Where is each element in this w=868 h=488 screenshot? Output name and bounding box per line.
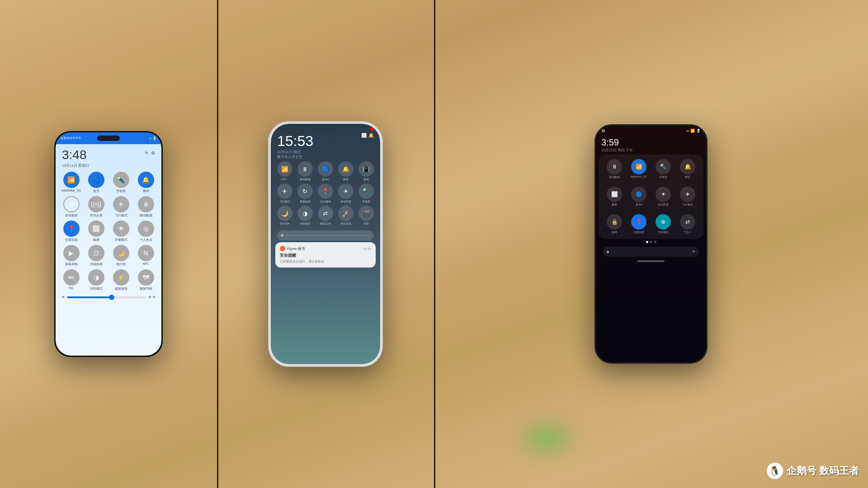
meizu-time: 15:53	[277, 133, 313, 150]
huawei-tile-cast[interactable]: ⊡ 无线投屏	[85, 245, 107, 267]
xiaomi-lock-icon: 🔒	[607, 214, 622, 230]
xiaomi-tile-bluetooth[interactable]: 🔵 蓝牙▾	[627, 184, 650, 210]
huawei-tile-airplane[interactable]: ✈ 飞行模式	[110, 196, 132, 218]
xiaomi-compass-icon: ⊕	[656, 214, 671, 230]
meizu-tile-dnd[interactable]: 🌙 全打扰▾	[275, 206, 294, 226]
nfc-label: NFC	[142, 262, 149, 265]
bell-label: 新铃	[143, 189, 149, 193]
huawei-status-bar: 没有SIM卡中午 ▪ 🔋	[56, 132, 161, 144]
meizu-brightness-icon: ☀	[338, 183, 354, 199]
xiaomi-tile-onehanded[interactable]: ⇄ 三合一	[676, 211, 699, 237]
meizu-bluetooth-label: 蓝牙▾	[322, 178, 329, 182]
xiaomi-tile-lock[interactable]: 🔒 锁屏	[603, 211, 626, 237]
xiaomi-wifi-icon: 📶	[631, 159, 646, 174]
nfc-icon: N	[138, 245, 154, 261]
xiaomi-wifi-icon: 📶	[690, 129, 695, 133]
huawei-tile-nfc[interactable]: N NFC	[135, 245, 157, 267]
pause-icon: ⏸	[138, 196, 154, 212]
meizu-tile-location[interactable]: 📍 定位服务	[316, 183, 335, 204]
meizu-search-bar[interactable]	[277, 230, 374, 240]
xiaomi-tile-cast[interactable]: ⬜ 截屏	[603, 184, 626, 210]
xiaomi-tile-torch[interactable]: 🔦 手电筒	[652, 156, 675, 182]
xiaomi-tile-compass[interactable]: ⊕ 方向锁定	[652, 211, 675, 237]
xiaomi-tile-bell[interactable]: 🔔 静音	[676, 156, 699, 182]
brightness-thumb	[109, 295, 114, 300]
meizu-date-2: 庚子年八月廿五	[277, 155, 313, 160]
meizu-tile-wifi[interactable]: 📶 ssid...	[275, 161, 294, 182]
xiaomi-screen: ⚙ ▪▪ 📶 🔋 3:59 10月11日 周日 下午 ⏸ 移动数据 📶 A806	[596, 126, 706, 362]
panel-center: 15:53 10月11日 周日 庚子年八月廿五 ⬜ 🔔 📶 ssid...	[217, 0, 434, 488]
meizu-screenrec-label: 录屏	[363, 222, 369, 226]
page-dot-1	[646, 241, 648, 243]
meizu-dnd-icon: 🌙	[277, 206, 292, 221]
xiaomi-compass-label: 方向锁定	[658, 230, 669, 235]
meizu-data-label: 移动数据	[300, 178, 311, 182]
meizu-tile-screen-rec[interactable]: 🎬 录屏	[357, 206, 376, 226]
xiaomi-gear-icon[interactable]: ⚙	[601, 128, 605, 133]
xiaomi-torch-icon: 🔦	[656, 159, 671, 174]
huawei-tile-rotate[interactable]: ↻ 自动旋转	[60, 196, 82, 218]
meizu-tile-brightness[interactable]: ☀ 自动亮度	[337, 183, 355, 204]
huawei-tile-supersave[interactable]: ⚡ 超级省电	[110, 269, 132, 291]
meizu-notification[interactable]: Flyme 账号 14:10 安全提醒 已切换至后台运行，请注意安全	[275, 242, 376, 267]
watermark-penguin-icon: 🐧	[767, 463, 783, 479]
meizu-tile-rotate[interactable]: ↻ 屏幕旋转	[296, 183, 314, 204]
huawei-tile-pause[interactable]: ⏸ 移动数据	[135, 196, 157, 218]
xiaomi-search-bar[interactable]: +	[603, 247, 699, 257]
meizu-search-line	[285, 235, 370, 236]
meizu-tile-vibrate[interactable]: 📳 振动	[357, 161, 376, 182]
xiaomi-tile-airplane[interactable]: ✈ 飞行模式	[676, 184, 699, 210]
xiaomi-status-bar: ⚙ ▪▪ 📶 🔋	[596, 126, 706, 136]
huawei-tile-eye[interactable]: 👁 护眼模式	[110, 221, 132, 242]
meizu-tile-bluetooth[interactable]: 🔵 蓝牙▾	[316, 161, 335, 182]
airplane-icon: ✈	[113, 196, 129, 212]
huawei-tile-location[interactable]: 📍 位置信息	[60, 221, 82, 242]
xiaomi-tile-wifi[interactable]: 📶 A8064AA_5G	[627, 156, 650, 182]
meizu-tile-bell[interactable]: 🔔 静音	[337, 161, 355, 182]
huawei-tile-flashlight[interactable]: 🔦 手电筒	[110, 172, 132, 193]
brightness-fill	[67, 296, 110, 298]
huawei-tile-bluetooth[interactable]: 🔵 蓝牙	[85, 172, 107, 193]
huawei-settings-icon[interactable]: ⚙	[151, 150, 155, 155]
meizu-tile-interact[interactable]: ⇄ 魅族互传	[316, 206, 335, 226]
meizu-notif-time: 14:10	[363, 247, 371, 250]
meizu-tile-data[interactable]: ⏸ 移动数据	[296, 161, 314, 182]
xiaomi-onehanded-icon: ⇄	[680, 214, 695, 230]
huawei-tile-video[interactable]: ▶ 屏幕录制	[60, 245, 82, 267]
meizu-data-icon: ⏸	[297, 161, 313, 177]
meizu-notif-title: 安全提醒	[280, 253, 371, 258]
meizu-tile-dark[interactable]: ◑ 深色模式	[296, 206, 314, 226]
huawei-brightness-slider[interactable]: ☀ ☀☀	[56, 293, 161, 301]
huawei-edit-icon[interactable]: ✎	[145, 150, 148, 155]
meizu-notif-header: Flyme 账号 14:10	[280, 246, 371, 251]
xiaomi-tile-location[interactable]: 📍 位置信息	[627, 211, 650, 237]
huawei-tile-navigation[interactable]: 🗺 魅族导航	[135, 269, 157, 291]
huawei-tile-wifi[interactable]: 📶 A8064AA_5G	[60, 172, 82, 193]
bluetooth-icon: 🔵	[88, 172, 104, 188]
xiaomi-tile-brightness[interactable]: ☀ 自动亮度	[652, 184, 675, 210]
meizu-tile-boost[interactable]: 🚀 手机加速	[337, 206, 355, 226]
phone-huawei: 没有SIM卡中午 ▪ 🔋 3:48 10月11日 星期日 ✎ ⚙	[54, 131, 163, 357]
huawei-tile-share[interactable]: ((•)) 华为分享	[85, 196, 107, 218]
supersave-icon: ⚡	[113, 269, 129, 286]
xiaomi-tile-data[interactable]: ⏸ 移动数据	[603, 156, 626, 182]
meizu-time-block: 15:53 10月11日 周日 庚子年八月廿五	[277, 133, 313, 160]
navigation-label: 魅族导航	[140, 286, 152, 291]
huawei-tile-dark[interactable]: ◑ 深色模式	[85, 269, 107, 291]
green-glow	[524, 425, 570, 452]
meizu-tile-torch[interactable]: 🔦 手电筒	[357, 183, 376, 204]
huawei-tile-hotspot[interactable]: ◎ 个人热点	[135, 221, 157, 242]
video-icon: ▶	[63, 245, 80, 261]
meizu-tile-airplane[interactable]: ✈ 飞行模式	[275, 183, 294, 204]
huawei-tile-moon[interactable]: 🌙 免打扰	[110, 245, 132, 267]
dark-mode-label: 深色模式	[90, 286, 103, 291]
meizu-rotate-icon: ↻	[297, 183, 313, 199]
watermark: 🐧 企鹅号 数码王者	[767, 463, 859, 479]
huawei-tile-screenshot[interactable]: ⬜ 截屏	[85, 221, 107, 242]
meizu-torch-label: 手电筒	[362, 200, 370, 204]
xiaomi-location-label: 位置信息	[633, 230, 644, 235]
xiaomi-plus-icon[interactable]: +	[692, 249, 695, 255]
xiaomi-lock-label: 锁屏	[612, 230, 617, 235]
huawei-tile-bell[interactable]: 🔔 新铃	[135, 172, 157, 193]
huawei-tile-5g[interactable]: 5G 5G	[60, 269, 82, 291]
